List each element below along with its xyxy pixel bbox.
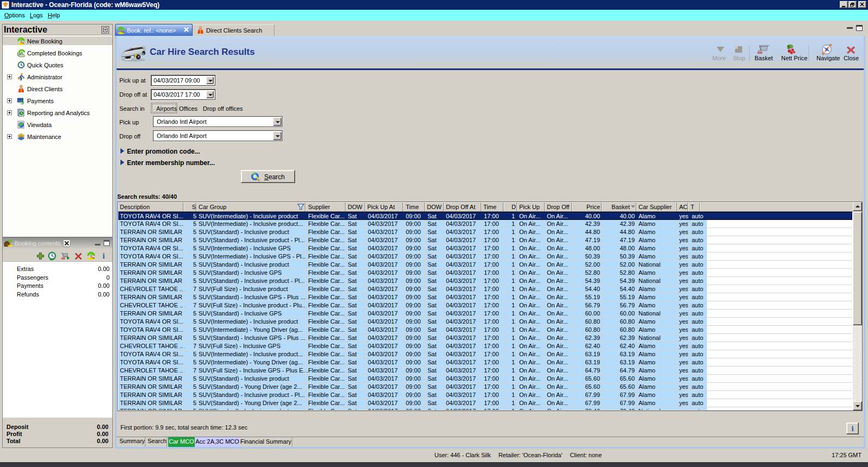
svg-text:$: $	[21, 98, 24, 105]
svg-text:$: $	[787, 45, 790, 50]
